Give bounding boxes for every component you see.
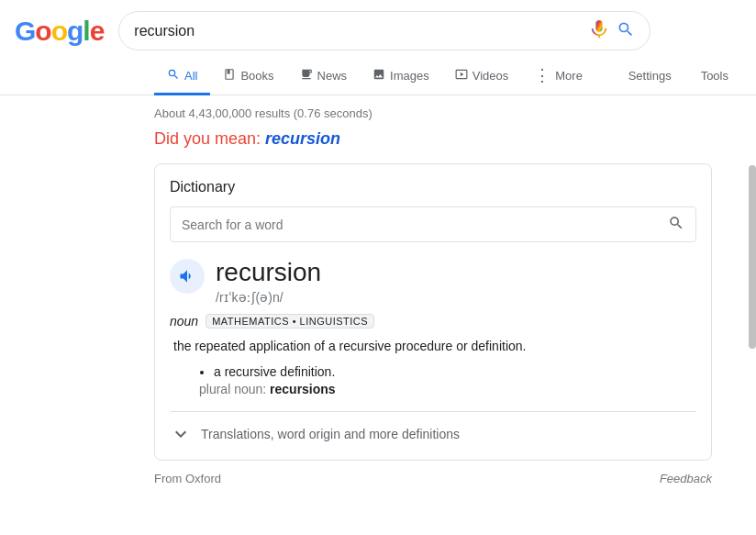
more-tab-icon: ⋮ <box>534 67 550 84</box>
tab-books[interactable]: Books <box>210 59 286 95</box>
tab-videos-label: Videos <box>472 69 509 83</box>
tab-more[interactable]: ⋮ More <box>521 58 595 95</box>
logo-letter-e: e <box>90 16 105 46</box>
search-bar <box>118 11 650 50</box>
dictionary-search-input[interactable] <box>182 217 668 232</box>
videos-tab-icon <box>455 68 468 84</box>
settings-label: Settings <box>628 69 672 83</box>
pos-badge: MATHEMATICS • LINGUISTICS <box>206 314 374 329</box>
results-count: About 4,43,00,000 results (0.76 seconds) <box>154 106 712 120</box>
main-content: About 4,43,00,000 results (0.76 seconds)… <box>0 95 734 500</box>
more-definitions-label: Translations, word origin and more defin… <box>201 427 460 441</box>
dictionary-search-bar <box>170 206 696 242</box>
tab-videos[interactable]: Videos <box>442 59 522 95</box>
dictionary-search-button[interactable] <box>668 215 684 234</box>
all-tab-icon <box>167 68 180 84</box>
dictionary-card: Dictionary recursion /rɪˈkəːʃ(ə)n/ noun … <box>154 163 712 461</box>
search-submit-icon[interactable] <box>617 20 635 41</box>
tab-news[interactable]: News <box>287 59 361 95</box>
images-tab-icon <box>372 68 385 84</box>
tab-images[interactable]: Images <box>360 59 442 95</box>
dict-footer: From Oxford Feedback <box>154 468 712 489</box>
settings-link[interactable]: Settings <box>616 60 684 95</box>
speaker-button[interactable] <box>170 259 205 294</box>
books-tab-icon <box>223 68 236 84</box>
word-entry: recursion /rɪˈkəːʃ(ə)n/ <box>170 257 696 305</box>
plural-label: plural noun: <box>199 382 266 396</box>
feedback-link[interactable]: Feedback <box>660 472 712 485</box>
dictionary-title: Dictionary <box>170 179 696 195</box>
news-tab-icon <box>300 68 313 84</box>
sub-definition-item: a recursive definition. <box>214 362 696 382</box>
header: Google <box>0 0 756 50</box>
main-definition: the repeated application of a recursive … <box>173 336 696 356</box>
tab-books-label: Books <box>240 69 273 83</box>
tools-label: Tools <box>701 69 728 83</box>
tabs-right: Settings Tools <box>616 60 756 94</box>
plural-word: recursions <box>270 382 336 396</box>
logo-letter-g: G <box>15 16 35 46</box>
tab-all-label: All <box>184 69 197 83</box>
tab-news-label: News <box>317 69 348 83</box>
word-info: recursion /rɪˈkəːʃ(ə)n/ <box>216 257 696 305</box>
logo-letter-o1: o <box>35 16 50 46</box>
google-logo[interactable]: Google <box>15 16 104 47</box>
logo-letter-o2: o <box>51 16 67 46</box>
did-you-mean-word: recursion <box>265 129 340 148</box>
did-you-mean-link[interactable]: recursion <box>265 129 340 148</box>
sub-definition-block: a recursive definition. plural noun: rec… <box>188 362 696 396</box>
logo-letter-l: l <box>83 16 89 46</box>
more-definitions-toggle[interactable]: Translations, word origin and more defin… <box>170 411 696 445</box>
logo-letter-g2: g <box>67 16 83 46</box>
definition-block: the repeated application of a recursive … <box>170 336 696 397</box>
search-icons <box>589 19 635 42</box>
did-you-mean-prefix: Did you mean: <box>154 129 261 148</box>
pos-label: noun <box>170 314 198 329</box>
tab-all[interactable]: All <box>154 59 210 95</box>
word-phonetic: /rɪˈkəːʃ(ə)n/ <box>216 290 696 305</box>
tabs-nav: All Books News Images Videos ⋮ More Sett… <box>0 54 756 95</box>
tools-link[interactable]: Tools <box>688 60 741 95</box>
scrollbar[interactable] <box>749 165 756 349</box>
microphone-icon[interactable] <box>589 19 609 42</box>
search-input[interactable] <box>134 23 580 39</box>
pos-line: noun MATHEMATICS • LINGUISTICS <box>170 314 696 329</box>
tab-images-label: Images <box>390 69 429 83</box>
tab-more-label: More <box>555 69 583 83</box>
source-label: From Oxford <box>154 472 221 485</box>
did-you-mean: Did you mean: recursion <box>154 129 712 149</box>
word-title: recursion <box>216 257 696 288</box>
chevron-down-icon <box>170 423 192 445</box>
plural-note: plural noun: recursions <box>199 382 696 396</box>
